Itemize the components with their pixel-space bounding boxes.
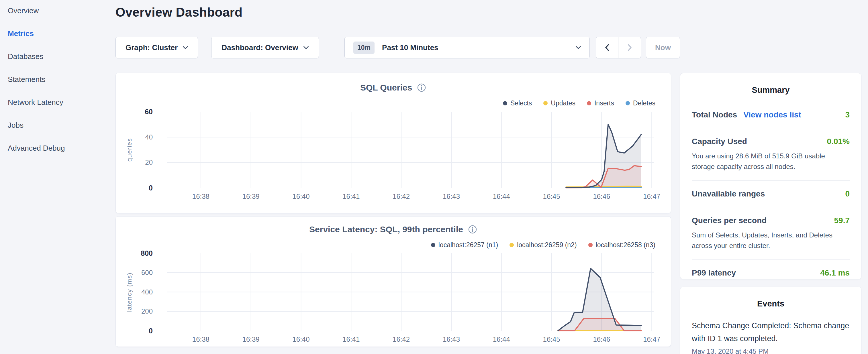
summary-row-description: Sum of Selects, Updates, Inserts, and De… <box>692 230 850 251</box>
dashboard-dropdown-label: Dashboard: Overview <box>221 43 298 52</box>
page-title: Overview Dashboard <box>116 5 242 20</box>
events-list: Schema Change Completed: Schema change w… <box>692 319 850 354</box>
events-panel: Events Schema Change Completed: Schema c… <box>680 287 861 354</box>
graph-scope-dropdown[interactable]: Graph: Cluster <box>116 37 198 58</box>
view-nodes-list-link[interactable]: View nodes list <box>743 110 801 120</box>
time-range-badge: 10m <box>353 41 375 54</box>
sql-queries-chart-panel: SQL QueriesSelectsUpdatesInsertsDeletesq… <box>116 73 671 213</box>
time-range-select[interactable]: 10m Past 10 Minutes <box>344 37 590 58</box>
summary-panel: Summary Total NodesView nodes list3Capac… <box>680 73 861 279</box>
time-prev-button[interactable] <box>596 37 618 58</box>
summary-row-value: 46.1 ms <box>820 268 850 278</box>
dashboard-dropdown[interactable]: Dashboard: Overview <box>211 37 319 58</box>
summary-row: Unavailable ranges0 <box>692 181 850 207</box>
sidebar-item-jobs[interactable]: Jobs <box>8 120 105 130</box>
time-pager <box>596 37 641 58</box>
chevron-down-icon <box>304 46 309 49</box>
sidebar-item-network-latency[interactable]: Network Latency <box>8 97 105 107</box>
controls-divider <box>333 37 333 58</box>
time-range-label: Past 10 Minutes <box>382 43 438 52</box>
sidebar: OverviewMetricsDatabasesStatementsNetwor… <box>8 6 105 166</box>
sidebar-item-statements[interactable]: Statements <box>8 74 105 84</box>
summary-row: Total NodesView nodes list3 <box>692 102 850 128</box>
service-latency-chart-panel: Service Latency: SQL, 99th percentileloc… <box>116 216 671 347</box>
chevron-down-icon <box>183 46 188 49</box>
summary-rows: Total NodesView nodes list3Capacity Used… <box>692 102 850 286</box>
summary-row-value: 0 <box>845 189 850 198</box>
chart-plot-area[interactable] <box>116 73 672 214</box>
summary-row: Queries per second59.7Sum of Selects, Up… <box>692 207 850 259</box>
prev-arrow-icon <box>604 44 610 51</box>
summary-row: P99 latency46.1 ms <box>692 259 850 286</box>
now-button[interactable]: Now <box>646 37 680 58</box>
summary-row-label: Queries per second <box>692 216 767 225</box>
summary-row-description: You are using 28.6 MiB of 515.9 GiB usab… <box>692 151 850 172</box>
summary-row-label: P99 latency <box>692 268 736 278</box>
event-item-timestamp: May 13, 2020 at 4:45 PM <box>692 347 850 354</box>
events-title: Events <box>692 299 850 309</box>
sidebar-item-overview[interactable]: Overview <box>8 6 105 15</box>
summary-row-value: 0.01% <box>827 137 850 146</box>
chevron-down-icon <box>576 46 581 49</box>
summary-row-label: Capacity Used <box>692 137 747 146</box>
summary-title: Summary <box>692 85 850 95</box>
graph-scope-dropdown-label: Graph: Cluster <box>125 43 178 52</box>
chart-plot-area[interactable] <box>116 217 672 347</box>
summary-row-value: 3 <box>845 110 850 120</box>
sidebar-item-advanced-debug[interactable]: Advanced Debug <box>8 143 105 153</box>
summary-row-label: Unavailable ranges <box>692 189 765 198</box>
summary-row-value: 59.7 <box>834 216 850 225</box>
summary-row-label: Total Nodes <box>692 110 737 120</box>
now-button-label: Now <box>655 43 671 52</box>
time-next-button[interactable] <box>618 37 641 58</box>
controls-row: Graph: Cluster Dashboard: Overview 10m P… <box>0 37 868 58</box>
next-arrow-icon <box>627 44 632 51</box>
event-item-text: Schema Change Completed: Schema change w… <box>692 319 850 345</box>
summary-row: Capacity Used0.01%You are using 28.6 MiB… <box>692 128 850 181</box>
